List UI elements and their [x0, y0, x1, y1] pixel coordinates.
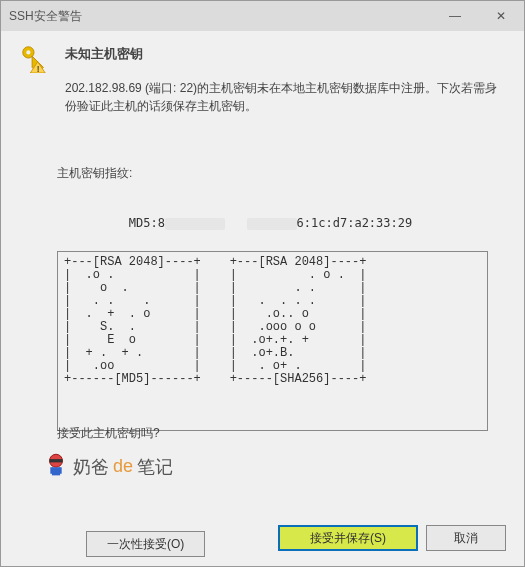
- cancel-button[interactable]: 取消: [426, 525, 506, 551]
- dialog-footer: 一次性接受(O) 接受并保存(S) 取消: [1, 520, 524, 566]
- ssh-security-dialog: SSH安全警告 — ✕ ! 未知主机密钥 202.182.98.69 (端口: …: [0, 0, 525, 567]
- watermark-avatar-icon: [43, 451, 69, 482]
- svg-rect-5: [50, 459, 63, 462]
- close-button[interactable]: ✕: [478, 1, 524, 31]
- obscured-segment: [247, 218, 297, 230]
- accept-question: 接受此主机密钥吗?: [57, 425, 160, 442]
- watermark-part3: 笔记: [137, 455, 173, 479]
- svg-rect-7: [50, 467, 52, 474]
- md5-prefix: MD5:8: [129, 216, 165, 230]
- md5-fingerprint: MD5:8 6:1c:d7:a2:33:29: [71, 187, 461, 259]
- watermark-part1: 奶爸: [73, 455, 109, 479]
- svg-point-1: [26, 50, 30, 54]
- titlebar: SSH安全警告 — ✕: [1, 1, 524, 31]
- titlebar-title: SSH安全警告: [9, 8, 432, 25]
- titlebar-controls: — ✕: [432, 1, 524, 31]
- md5-suffix: 6:1c:d7:a2:33:29: [297, 216, 413, 230]
- fingerprint-label: 主机密钥指纹:: [57, 165, 132, 182]
- dialog-content: ! 未知主机密钥 202.182.98.69 (端口: 22)的主机密钥未在本地…: [1, 31, 524, 520]
- watermark-part2: de: [113, 456, 133, 477]
- watermark: 奶爸de笔记: [43, 451, 173, 482]
- accept-save-button[interactable]: 接受并保存(S): [278, 525, 418, 551]
- svg-rect-8: [59, 467, 61, 474]
- heading: 未知主机密钥: [65, 45, 143, 63]
- key-randomart: +---[RSA 2048]----+ +---[RSA 2048]----+ …: [57, 251, 488, 431]
- svg-text:!: !: [37, 64, 40, 73]
- obscured-segment: [165, 218, 225, 230]
- svg-rect-6: [52, 467, 60, 475]
- accept-once-button[interactable]: 一次性接受(O): [86, 531, 205, 557]
- warning-key-icon: !: [19, 43, 49, 76]
- minimize-button[interactable]: —: [432, 1, 478, 31]
- description-text: 202.182.98.69 (端口: 22)的主机密钥未在本地主机密钥数据库中注…: [65, 79, 506, 115]
